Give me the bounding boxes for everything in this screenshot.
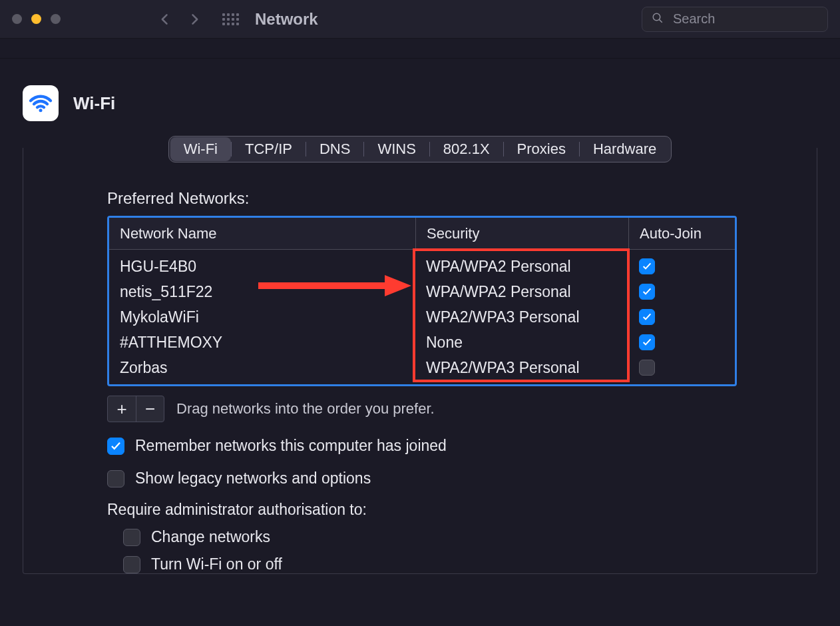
- cell-auto-join: [628, 284, 735, 300]
- cell-auto-join: [628, 258, 735, 274]
- search-input[interactable]: [672, 11, 818, 27]
- svg-point-0: [653, 13, 660, 21]
- nav-forward-button[interactable]: [186, 11, 203, 28]
- remember-networks-checkbox[interactable]: [107, 438, 124, 455]
- col-auto-join[interactable]: Auto-Join: [628, 218, 735, 249]
- cell-security: None: [415, 334, 628, 352]
- cell-security: WPA/WPA2 Personal: [415, 283, 628, 301]
- cell-network-name: #ATTHEMOXY: [109, 334, 415, 352]
- auth-toggle-wifi-checkbox[interactable]: [123, 556, 140, 573]
- cell-network-name: HGU-E4B0: [109, 258, 415, 276]
- add-remove-group: + −: [107, 396, 164, 422]
- preferred-networks-label: Preferred Networks:: [107, 189, 737, 208]
- table-row[interactable]: HGU-E4B0WPA/WPA2 Personal: [109, 254, 735, 279]
- table-row[interactable]: ZorbasWPA2/WPA3 Personal: [109, 355, 735, 380]
- cell-security: WPA/WPA2 Personal: [415, 258, 628, 276]
- auto-join-checkbox[interactable]: [639, 284, 655, 300]
- window-zoom-button[interactable]: [51, 14, 61, 24]
- window-minimize-button[interactable]: [31, 14, 41, 24]
- table-row[interactable]: netis_511F22WPA/WPA2 Personal: [109, 279, 735, 304]
- table-row[interactable]: #ATTHEMOXYNone: [109, 330, 735, 355]
- page-title: Wi-Fi: [73, 93, 115, 114]
- nav-back-button[interactable]: [156, 11, 174, 28]
- search-field[interactable]: [642, 7, 828, 32]
- auto-join-checkbox[interactable]: [639, 360, 655, 376]
- window-close-button[interactable]: [12, 14, 22, 24]
- show-legacy-checkbox[interactable]: [107, 470, 124, 487]
- all-prefs-button[interactable]: [220, 9, 240, 29]
- cell-security: WPA2/WPA3 Personal: [415, 359, 628, 377]
- svg-point-2: [39, 109, 43, 112]
- col-network-name[interactable]: Network Name: [109, 218, 415, 249]
- show-legacy-label: Show legacy networks and options: [135, 470, 371, 487]
- preferred-networks-table[interactable]: Network Name Security Auto-Join HGU-E4B0…: [107, 216, 737, 386]
- auto-join-checkbox[interactable]: [639, 334, 655, 350]
- table-row[interactable]: MykolaWiFiWPA2/WPA3 Personal: [109, 304, 735, 330]
- cell-security: WPA2/WPA3 Personal: [415, 308, 628, 326]
- drag-hint: Drag networks into the order you prefer.: [176, 400, 435, 418]
- auth-toggle-wifi-label: Turn Wi-Fi on or off: [151, 555, 282, 573]
- cell-auto-join: [628, 309, 735, 325]
- admin-auth-label: Require administrator authorisation to:: [107, 501, 737, 519]
- svg-line-1: [660, 19, 662, 22]
- cell-auto-join: [628, 334, 735, 350]
- auto-join-checkbox[interactable]: [639, 258, 655, 274]
- cell-network-name: netis_511F22: [109, 283, 415, 301]
- cell-network-name: Zorbas: [109, 359, 415, 377]
- add-network-button[interactable]: +: [108, 396, 136, 422]
- auto-join-checkbox[interactable]: [639, 309, 655, 325]
- cell-auto-join: [628, 360, 735, 376]
- window-title: Network: [255, 10, 318, 29]
- cell-network-name: MykolaWiFi: [109, 308, 415, 326]
- wifi-icon: [23, 85, 59, 121]
- remember-networks-label: Remember networks this computer has join…: [135, 437, 447, 455]
- remove-network-button[interactable]: −: [136, 396, 164, 422]
- auth-change-networks-label: Change networks: [151, 528, 270, 546]
- search-icon: [652, 12, 664, 27]
- col-security[interactable]: Security: [415, 218, 628, 249]
- auth-change-networks-checkbox[interactable]: [123, 529, 140, 546]
